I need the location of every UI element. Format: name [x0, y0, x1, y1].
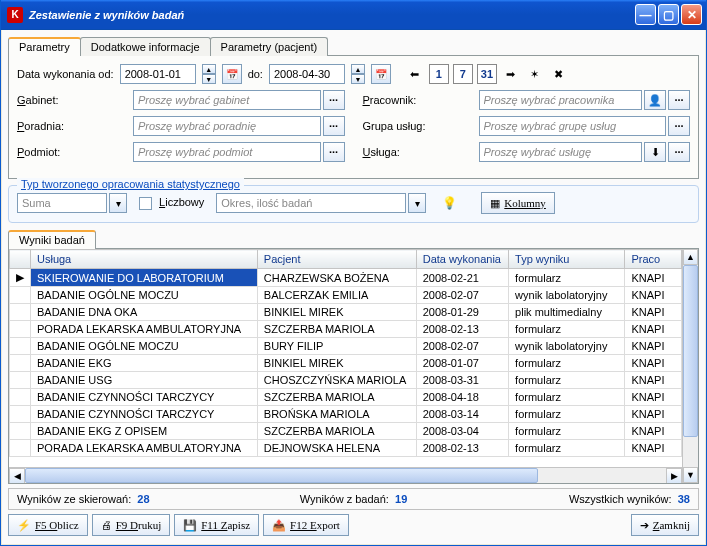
cell: 2008-02-13 — [416, 440, 508, 457]
scroll-left-icon[interactable]: ◀ — [9, 468, 25, 484]
tab-parametry[interactable]: Parametry — [8, 37, 81, 56]
filter-poradnia-input[interactable] — [133, 116, 321, 136]
save-icon: 💾 — [183, 519, 197, 532]
drukuj-button[interactable]: 🖨F9 Drukuj — [92, 514, 171, 536]
date-to-spin-down[interactable]: ▼ — [351, 74, 365, 84]
close-button[interactable]: ✕ — [681, 4, 702, 25]
filter-pracownik-input[interactable] — [479, 90, 643, 110]
hint-bulb-icon[interactable]: 💡 — [442, 196, 457, 210]
cell: KNAPI — [625, 389, 682, 406]
table-row[interactable]: PORADA LEKARSKA AMBULATORYJNASZCZERBA MA… — [10, 321, 682, 338]
col-3[interactable]: Data wykonania — [416, 250, 508, 269]
oblicz-button[interactable]: ⚡F5 Oblicz — [8, 514, 88, 536]
suma-dropdown-icon[interactable]: ▾ — [109, 193, 127, 213]
cell: formularz — [509, 440, 625, 457]
col-0[interactable] — [10, 250, 31, 269]
table-row[interactable]: BADANIE DNA OKABINKIEL MIREK2008-01-29pl… — [10, 304, 682, 321]
date-to-spin-up[interactable]: ▲ — [351, 64, 365, 74]
horizontal-scrollbar[interactable]: ◀ ▶ — [9, 467, 682, 483]
cell: KNAPI — [625, 406, 682, 423]
tab-parametry-pacjent[interactable]: Parametry (pacjent) — [210, 37, 329, 56]
tab-dodatkowe[interactable]: Dodatkowe informacje — [80, 37, 211, 56]
col-5[interactable]: Praco — [625, 250, 682, 269]
liczbowy-checkbox[interactable] — [139, 197, 152, 210]
cell: KNAPI — [625, 440, 682, 457]
cell: wynik labolatoryjny — [509, 338, 625, 355]
cell: 2008-02-07 — [416, 338, 508, 355]
minimize-button[interactable]: — — [635, 4, 656, 25]
scroll-down-icon[interactable]: ▼ — [683, 467, 698, 483]
col-4[interactable]: Typ wyniku — [509, 250, 625, 269]
filter-podmiot-input[interactable] — [133, 142, 321, 162]
status-bar: Wyników ze skierowań: 28 Wyników z badań… — [8, 488, 699, 510]
filter-gabinet-browse[interactable]: ... — [323, 90, 345, 110]
filter-usluga-icon[interactable]: ⬇ — [644, 142, 666, 162]
liczbowy-dropdown-icon[interactable]: ▾ — [408, 193, 426, 213]
filter-usluga: Usługa:⬇... — [363, 142, 691, 162]
cell: BADANIE EKG Z OPISEM — [31, 423, 258, 440]
cell: BADANIE OGÓLNE MOCZU — [31, 338, 258, 355]
filter-grupa-browse[interactable]: ... — [668, 116, 690, 136]
filter-grupa-input[interactable] — [479, 116, 667, 136]
date-from-spin-up[interactable]: ▲ — [202, 64, 216, 74]
nav-prev-icon[interactable]: ⬅ — [405, 64, 425, 84]
export-button[interactable]: 📤F12 Export — [263, 514, 349, 536]
cell: SZCZERBA MARIOLA — [257, 321, 416, 338]
col-1[interactable]: Usługa — [31, 250, 258, 269]
row-marker — [10, 355, 31, 372]
scroll-up-icon[interactable]: ▲ — [683, 249, 698, 265]
star-icon[interactable]: ✶ — [525, 64, 545, 84]
cell: formularz — [509, 389, 625, 406]
window-buttons: — ▢ ✕ — [635, 4, 702, 25]
date-from-input[interactable] — [120, 64, 196, 84]
filter-gabinet-input[interactable] — [133, 90, 321, 110]
maximize-button[interactable]: ▢ — [658, 4, 679, 25]
filter-podmiot-label: Podmiot: — [17, 146, 127, 158]
filter-pracownik: Pracownik:👤... — [363, 90, 691, 110]
table-row[interactable]: BADANIE CZYNNOŚCI TARCZYCYBROŃSKA MARIOL… — [10, 406, 682, 423]
table-row[interactable]: PORADA LEKARSKA AMBULATORYJNADEJNOWSKA H… — [10, 440, 682, 457]
range-1-icon[interactable]: 1 — [429, 64, 449, 84]
table-row[interactable]: ▶SKIEROWANIE DO LABORATORIUMCHARZEWSKA B… — [10, 269, 682, 287]
clear-range-icon[interactable]: ✖ — [549, 64, 569, 84]
table-row[interactable]: BADANIE USGCHOSZCZYŃSKA MARIOLA2008-03-3… — [10, 372, 682, 389]
table-row[interactable]: BADANIE OGÓLNE MOCZUBALCERZAK EMILIA2008… — [10, 287, 682, 304]
filter-usluga-browse[interactable]: ... — [668, 142, 690, 162]
row-marker — [10, 406, 31, 423]
date-to-input[interactable] — [269, 64, 345, 84]
cell: wynik labolatoryjny — [509, 287, 625, 304]
table-row[interactable]: BADANIE EKG Z OPISEMSZCZERBA MARIOLA2008… — [10, 423, 682, 440]
cell: BADANIE EKG — [31, 355, 258, 372]
date-from-spin-down[interactable]: ▼ — [202, 74, 216, 84]
zapisz-button[interactable]: 💾F11 Zapisz — [174, 514, 259, 536]
filter-pracownik-icon[interactable]: 👤 — [644, 90, 666, 110]
range-7-icon[interactable]: 7 — [453, 64, 473, 84]
table-row[interactable]: BADANIE OGÓLNE MOCZUBURY FILIP2008-02-07… — [10, 338, 682, 355]
date-from-calendar-icon[interactable]: 📅 — [222, 64, 242, 84]
cell: formularz — [509, 423, 625, 440]
cell: KNAPI — [625, 287, 682, 304]
cell: formularz — [509, 355, 625, 372]
cell: KNAPI — [625, 423, 682, 440]
filter-usluga-label: Usługa: — [363, 146, 473, 158]
col-2[interactable]: Pacjent — [257, 250, 416, 269]
filter-poradnia-browse[interactable]: ... — [323, 116, 345, 136]
nav-next-icon[interactable]: ➡ — [501, 64, 521, 84]
cell: BINKIEL MIREK — [257, 304, 416, 321]
filter-usluga-input[interactable] — [479, 142, 643, 162]
filter-podmiot-browse[interactable]: ... — [323, 142, 345, 162]
table-row[interactable]: BADANIE CZYNNOŚCI TARCZYCYSZCZERBA MARIO… — [10, 389, 682, 406]
range-31-icon[interactable]: 31 — [477, 64, 497, 84]
filter-pracownik-label: Pracownik: — [363, 94, 473, 106]
zamknij-button[interactable]: ➔Zamknij — [631, 514, 699, 536]
cell: 2008-03-04 — [416, 423, 508, 440]
scroll-right-icon[interactable]: ▶ — [666, 468, 682, 484]
table-row[interactable]: BADANIE EKGBINKIEL MIREK2008-01-07formul… — [10, 355, 682, 372]
tab-wyniki-badan[interactable]: Wyniki badań — [8, 230, 96, 249]
kolumny-button[interactable]: ▦ Kolumny — [481, 192, 555, 214]
filter-pracownik-browse[interactable]: ... — [668, 90, 690, 110]
cell: BADANIE CZYNNOŚCI TARCZYCY — [31, 406, 258, 423]
vertical-scrollbar[interactable]: ▲ ▼ — [682, 249, 698, 483]
date-to-calendar-icon[interactable]: 📅 — [371, 64, 391, 84]
cell: formularz — [509, 321, 625, 338]
